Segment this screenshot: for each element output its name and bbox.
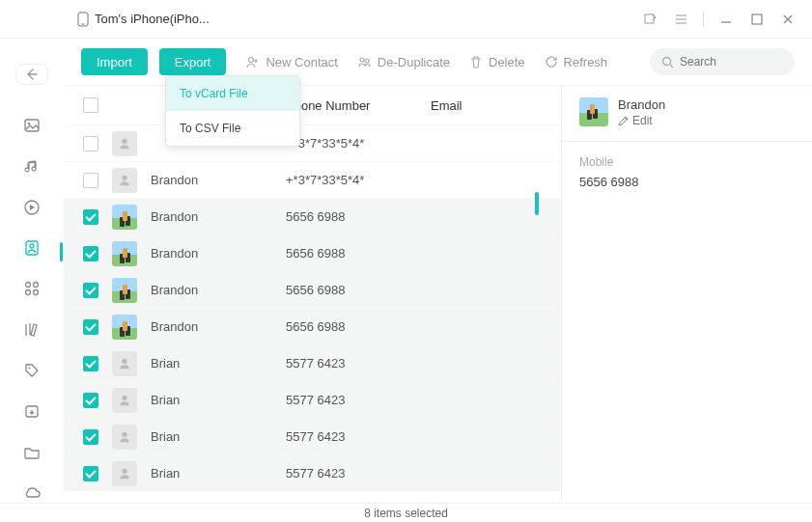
new-contact-label: New Contact — [266, 55, 337, 69]
search-box[interactable] — [650, 48, 795, 75]
contacts-table: Name Phone Number Email +*3*7*33*5*4*Bra… — [64, 86, 561, 503]
sidebar-item-apps[interactable] — [18, 279, 45, 298]
svg-rect-1 — [82, 23, 85, 24]
back-button[interactable] — [15, 64, 48, 85]
svg-point-10 — [34, 283, 39, 288]
sidebar-item-music[interactable] — [18, 157, 45, 177]
contact-name: Brandon — [151, 209, 286, 224]
status-text: 8 items selected — [364, 507, 448, 520]
sidebar-item-books[interactable] — [18, 320, 45, 340]
sidebar-item-photos[interactable] — [18, 116, 45, 135]
svg-rect-3 — [752, 14, 762, 24]
table-row[interactable]: Brian5577 6423 — [64, 344, 561, 381]
row-checkbox[interactable] — [83, 466, 98, 481]
users-icon — [357, 55, 372, 69]
table-row[interactable]: Brandon5656 6988 — [64, 234, 561, 271]
svg-point-8 — [30, 244, 34, 248]
header-email[interactable]: Email — [431, 98, 561, 113]
scrollbar-thumb[interactable] — [535, 192, 539, 215]
row-checkbox[interactable] — [83, 209, 98, 225]
detail-avatar — [579, 97, 608, 126]
contact-avatar — [112, 205, 137, 230]
contact-phone: 5577 6423 — [286, 466, 431, 481]
svg-point-13 — [29, 367, 31, 369]
contact-phone: 5577 6423 — [286, 429, 431, 444]
delete-button[interactable]: Delete — [469, 55, 525, 69]
contact-phone: +*3*7*33*5*4* — [286, 136, 431, 151]
row-checkbox[interactable] — [83, 393, 98, 408]
export-button[interactable]: Export — [159, 48, 227, 75]
table-row[interactable]: Brandon5656 6988 — [64, 308, 561, 344]
sidebar-item-videos[interactable] — [18, 198, 45, 217]
sidebar-item-backup[interactable] — [18, 401, 45, 421]
refresh-button[interactable]: Refresh — [545, 55, 608, 69]
window-title: Tom's iPhone(iPho... — [77, 12, 210, 27]
contact-phone: 5656 6988 — [286, 246, 431, 261]
edit-contact-button[interactable]: Edit — [618, 114, 665, 127]
row-checkbox[interactable] — [83, 173, 98, 188]
edit-window-icon[interactable] — [641, 11, 658, 28]
contact-name: Brandon — [151, 246, 286, 261]
window-title-text: Tom's iPhone(iPho... — [95, 12, 210, 26]
row-checkbox[interactable] — [83, 429, 98, 445]
edit-label: Edit — [632, 114, 653, 127]
select-all-checkbox[interactable] — [83, 97, 98, 113]
row-checkbox[interactable] — [83, 319, 98, 335]
import-button[interactable]: Import — [81, 48, 148, 75]
row-checkbox[interactable] — [83, 246, 98, 261]
table-row[interactable]: Brandon5656 6988 — [64, 271, 561, 308]
deduplicate-button[interactable]: De-Duplicate — [357, 55, 450, 69]
contact-phone: 5656 6988 — [286, 283, 431, 297]
titlebar: Tom's iPhone(iPho... — [0, 0, 812, 39]
detail-name: Brandon — [618, 97, 665, 112]
search-input[interactable] — [680, 55, 783, 69]
svg-point-17 — [365, 59, 369, 63]
new-contact-button[interactable]: New Contact — [245, 55, 337, 69]
sidebar-item-tags[interactable] — [18, 361, 45, 380]
table-row[interactable]: Brian5577 6423 — [64, 418, 561, 454]
refresh-icon — [545, 55, 558, 69]
export-vcard-item[interactable]: To vCard File — [166, 76, 299, 111]
contact-phone: 5656 6988 — [286, 209, 431, 224]
contact-phone: +*3*7*33*5*4* — [286, 173, 431, 187]
export-dropdown: To vCard File To CSV File — [165, 75, 300, 147]
row-checkbox[interactable] — [83, 136, 98, 151]
separator — [703, 12, 704, 27]
contact-avatar — [112, 241, 137, 266]
contact-avatar — [112, 425, 137, 450]
maximize-button[interactable] — [748, 11, 766, 28]
table-row[interactable]: Brian5577 6423 — [64, 381, 561, 418]
svg-rect-2 — [645, 14, 654, 23]
refresh-label: Refresh — [564, 55, 608, 69]
list-window-icon[interactable] — [672, 11, 689, 28]
svg-point-16 — [360, 58, 364, 62]
row-checkbox[interactable] — [83, 283, 98, 298]
detail-mobile-label: Mobile — [579, 155, 795, 169]
sidebar-item-contacts[interactable] — [18, 238, 45, 258]
svg-point-5 — [28, 123, 31, 125]
minimize-button[interactable] — [717, 11, 735, 28]
contact-name: Brian — [151, 356, 286, 371]
table-row[interactable]: Brian5577 6423 — [64, 454, 561, 491]
table-row[interactable]: Brandon+*3*7*33*5*4* — [64, 161, 561, 198]
close-button[interactable] — [779, 11, 797, 28]
header-phone[interactable]: Phone Number — [286, 98, 431, 113]
sidebar-item-files[interactable] — [18, 442, 45, 461]
export-csv-item[interactable]: To CSV File — [166, 111, 299, 146]
deduplicate-label: De-Duplicate — [378, 55, 450, 69]
row-checkbox[interactable] — [83, 356, 98, 371]
sidebar-item-cloud[interactable] — [18, 483, 45, 503]
svg-point-11 — [26, 290, 31, 295]
contact-avatar — [112, 315, 137, 340]
phone-icon — [77, 12, 89, 27]
table-row[interactable]: +*3*7*33*5*4* — [64, 124, 561, 161]
status-bar: 8 items selected — [0, 503, 812, 522]
contact-name: Brandon — [151, 173, 286, 187]
trash-icon — [469, 55, 483, 69]
detail-mobile-value: 5656 6988 — [579, 175, 795, 189]
pencil-icon — [618, 116, 629, 126]
table-row[interactable]: Brandon5656 6988 — [64, 198, 561, 234]
contact-avatar — [112, 388, 137, 413]
svg-point-15 — [249, 57, 254, 62]
svg-point-12 — [34, 290, 39, 295]
